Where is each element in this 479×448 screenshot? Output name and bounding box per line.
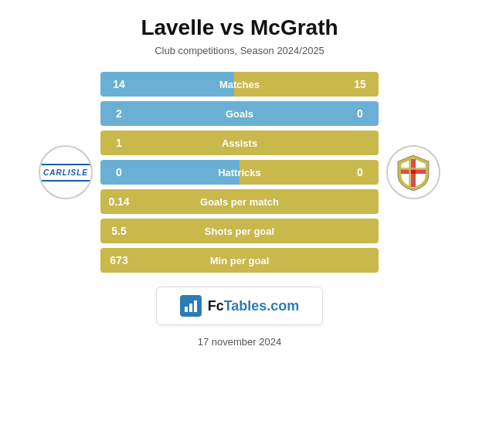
goals-left-val: 2 <box>100 107 138 120</box>
goals-per-match-label: Goals per match <box>138 196 341 208</box>
stats-container: 14 Matches 15 2 Goals 0 1 Assists 0 Hatt… <box>100 72 379 273</box>
page-title: Lavelle vs McGrath <box>141 15 338 40</box>
svg-rect-4 <box>185 307 188 312</box>
min-per-goal-label: Min per goal <box>138 255 341 266</box>
main-content: CARLISLE 14 Matches 15 2 Goals 0 1 Assis… <box>8 72 471 273</box>
goals-label: Goals <box>138 108 341 120</box>
doncaster-logo <box>386 145 440 199</box>
doncaster-crest-svg <box>393 152 433 192</box>
matches-row: 14 Matches 15 <box>100 72 379 97</box>
matches-left-val: 14 <box>100 78 138 90</box>
shots-per-goal-label: Shots per goal <box>138 226 341 237</box>
right-team-logo <box>379 145 448 199</box>
left-team-logo: CARLISLE <box>31 145 100 199</box>
goals-right-val: 0 <box>341 107 379 120</box>
date-footer: 17 november 2024 <box>198 336 281 348</box>
svg-rect-2 <box>409 159 411 187</box>
goals-row: 2 Goals 0 <box>100 101 379 126</box>
chart-icon <box>184 299 198 313</box>
goals-per-match-row: 0.14 Goals per match <box>100 189 379 214</box>
subtitle: Club competitions, Season 2024/2025 <box>155 45 324 56</box>
fctables-text: FcTables.com <box>208 298 300 314</box>
shots-per-goal-left-val: 5.5 <box>100 225 138 237</box>
svg-rect-3 <box>401 168 426 170</box>
fctables-icon <box>180 295 202 317</box>
fctables-banner[interactable]: FcTables.com <box>156 287 324 325</box>
hattricks-row: 0 Hattricks 0 <box>100 160 379 185</box>
hattricks-right-val: 0 <box>341 166 379 178</box>
carlisle-logo: CARLISLE <box>39 145 93 199</box>
assists-row: 1 Assists <box>100 131 379 155</box>
assists-label: Assists <box>138 137 341 149</box>
carlisle-text: CARLISLE <box>39 164 93 182</box>
hattricks-left-val: 0 <box>100 166 138 178</box>
min-per-goal-row: 673 Min per goal <box>100 248 379 273</box>
svg-rect-6 <box>194 300 197 312</box>
svg-rect-5 <box>189 304 192 312</box>
shots-per-goal-row: 5.5 Shots per goal <box>100 219 379 243</box>
matches-right-val: 15 <box>341 78 379 90</box>
min-per-goal-left-val: 673 <box>100 254 138 266</box>
hattricks-label: Hattricks <box>138 167 341 178</box>
matches-label: Matches <box>138 79 341 90</box>
assists-left-val: 1 <box>100 137 138 149</box>
goals-per-match-left-val: 0.14 <box>100 195 138 208</box>
